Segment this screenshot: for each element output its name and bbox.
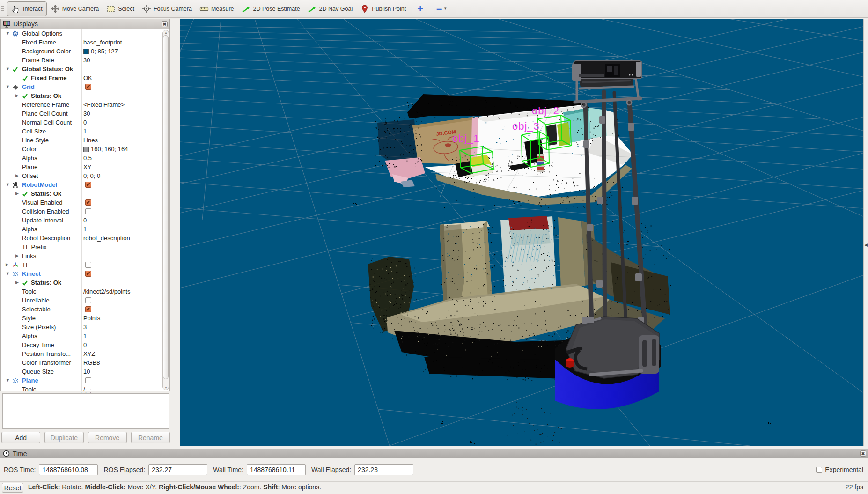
svg-text:obj_3: obj_3 (512, 120, 540, 132)
svg-text:obj_2: obj_2 (532, 105, 559, 117)
svg-text:obj_1: obj_1 (452, 133, 480, 144)
